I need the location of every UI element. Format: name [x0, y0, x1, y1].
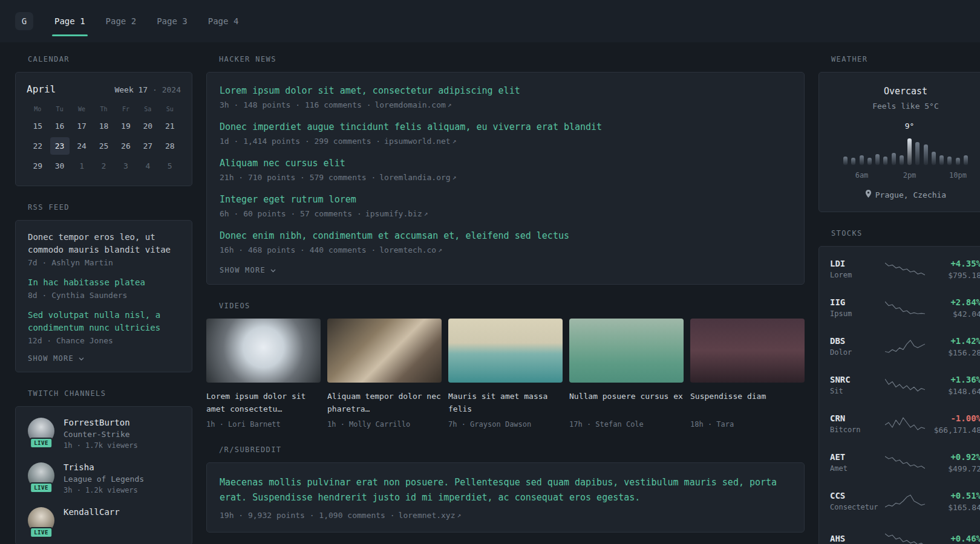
stock-price: $148.64 [927, 387, 980, 396]
weather-bar [883, 157, 887, 165]
stock-price: $499.72 [927, 464, 980, 473]
hackernews-item-title[interactable]: Aliquam nec cursus elit [220, 157, 791, 170]
hackernews-item-title[interactable]: Donec imperdiet augue tincidunt felis al… [220, 121, 791, 134]
rss-item-title[interactable]: In hac habitasse platea [28, 276, 180, 289]
twitch-channel-name[interactable]: ForrestBurton [64, 418, 138, 427]
rss-item: Donec tempor eros leo, ut commodo mauris… [28, 231, 180, 267]
stock-row[interactable]: LDI Lorem +4.35% $795.18 [830, 250, 980, 288]
hackernews-item-stats: 21h · 710 points · 579 comments · [220, 173, 376, 182]
calendar-weekday: Su [159, 103, 181, 116]
rss-show-more-label: SHOW MORE [28, 354, 74, 363]
app-logo[interactable]: G [15, 12, 33, 30]
video-thumbnail[interactable] [569, 319, 684, 383]
video-thumbnail[interactable] [327, 319, 442, 383]
twitch-avatar-wrap[interactable]: LIVE [28, 418, 54, 444]
page-tab[interactable]: Page 2 [103, 0, 139, 42]
stock-row[interactable]: AET Amet +0.92% $499.72 [830, 443, 980, 482]
weather-bar [956, 158, 960, 165]
calendar-day: 18 [94, 117, 113, 135]
hackernews-item-domain[interactable]: loremdomain.com [374, 100, 445, 109]
weather-bar [924, 144, 928, 165]
external-link-icon: ↗ [452, 173, 457, 181]
subreddit-post-stats: 19h · 9,932 points · 1,090 comments · [220, 511, 395, 520]
calendar-day: 27 [138, 137, 157, 155]
hackernews-item-domain[interactable]: loremtech.co [379, 245, 436, 254]
twitch-list: LIVE ForrestBurton Counter-Strike 1h · 1… [28, 418, 180, 534]
video-title[interactable]: Nullam posuere cursus ex [569, 390, 684, 415]
video-thumbnail[interactable] [690, 319, 805, 383]
hackernews-item-stats: 16h · 468 points · 440 comments · [220, 245, 376, 254]
stock-price: $42.04 [927, 309, 980, 319]
weather-time-label: 2pm [903, 171, 916, 180]
stock-row[interactable]: AHS +0.46% [830, 520, 980, 544]
video-title[interactable]: Lorem ipsum dolor sit amet consectetu… [206, 390, 321, 415]
hackernews-item-domain[interactable]: loremlandia.org [379, 173, 450, 182]
video-thumbnail[interactable] [206, 319, 321, 383]
page-tab[interactable]: Page 1 [52, 0, 88, 42]
stock-symbol: SNRC [830, 375, 883, 384]
stock-row[interactable]: DBS Dolor +1.42% $156.28 [830, 327, 980, 366]
calendar-weekday: Fr [115, 103, 137, 116]
hackernews-item-domain[interactable]: ipsumworld.net [384, 137, 451, 146]
twitch-channel-info: Trisha League of Legends 3h · 1.2k viewe… [64, 462, 144, 494]
hackernews-item-stats: 6h · 60 points · 57 comments · [220, 209, 362, 218]
calendar-day: 25 [94, 137, 113, 155]
subreddit-post-title[interactable]: Maecenas mollis pulvinar erat non posuer… [220, 475, 791, 505]
calendar-day: 26 [116, 137, 136, 155]
stock-symbol: AET [830, 452, 883, 462]
video-title[interactable]: Aliquam tempor dolor nec pharetra… [327, 390, 442, 415]
weather-time-label: 10pm [949, 171, 967, 180]
hackernews-item-title[interactable]: Donec enim nibh, condimentum et accumsan… [220, 230, 791, 242]
stock-name: Consectetur [830, 503, 883, 511]
stock-change: +0.92% [927, 452, 980, 462]
stocks-widget: STOCKS LDI Lorem +4.35% $795.18 [818, 229, 980, 544]
stock-row[interactable]: CRN Bitcorn -1.00% $66,171.48 [830, 404, 980, 443]
hackernews-item-title[interactable]: Lorem ipsum dolor sit amet, consectetur … [220, 85, 791, 97]
twitch-channel-name[interactable]: Trisha [64, 462, 144, 472]
page-tab[interactable]: Page 4 [206, 0, 241, 42]
stock-change: -1.00% [927, 413, 980, 423]
hackernews-item-domain[interactable]: ipsumify.biz [365, 209, 422, 218]
subreddit-post-domain[interactable]: loremnet.xyz [399, 511, 456, 520]
video-meta: 1h · Lori Barnett [206, 420, 321, 429]
hackernews-list: Lorem ipsum dolor sit amet, consectetur … [220, 85, 791, 254]
weather-bars: 9° [843, 135, 968, 165]
rss-show-more-button[interactable]: SHOW MORE [28, 354, 84, 363]
page-tab[interactable]: Page 3 [154, 0, 190, 42]
hackernews-show-more-button[interactable]: SHOW MORE [220, 266, 276, 274]
stock-name: Ipsum [830, 309, 883, 318]
twitch-channel-name[interactable]: KendallCarr [64, 507, 120, 517]
stocks-card: LDI Lorem +4.35% $795.18 IIG Ipsum [818, 246, 980, 544]
stock-change: +1.42% [927, 336, 980, 346]
live-badge: LIVE [30, 527, 53, 538]
twitch-widget: TWITCH CHANNELS LIVE ForrestBurton Count… [15, 389, 192, 544]
twitch-avatar-wrap[interactable]: LIVE [28, 462, 54, 489]
stock-name: Dolor [830, 348, 883, 357]
stock-row[interactable]: SNRC Sit +1.36% $148.64 [830, 366, 980, 404]
rss-item-title[interactable]: Donec tempor eros leo, ut commodo mauris… [28, 231, 180, 256]
stock-symbol: CCS [830, 491, 883, 500]
calendar-week-info: Week 17 · 2024 [114, 85, 181, 94]
video-title[interactable]: Suspendisse diam [690, 390, 805, 415]
subreddit-widget: /R/SUBREDDIT Maecenas mollis pulvinar er… [206, 445, 805, 533]
rss-item-title[interactable]: Sed volutpat nulla nisl, a condimentum n… [28, 309, 180, 334]
subreddit-card: Maecenas mollis pulvinar erat non posuer… [206, 462, 805, 533]
hackernews-card: Lorem ipsum dolor sit amet, consectetur … [206, 72, 805, 285]
hackernews-item-title[interactable]: Integer eget rutrum lorem [220, 193, 791, 206]
stock-sparkline [883, 378, 927, 392]
live-badge: LIVE [30, 438, 53, 448]
video-thumbnail[interactable] [448, 319, 563, 383]
calendar-widget: CALENDAR April Week 17 · 2024 MoTuWeThFr… [15, 55, 192, 186]
calendar-weekday: Mo [27, 103, 48, 116]
twitch-channel-info: ForrestBurton Counter-Strike 1h · 1.7k v… [64, 418, 138, 450]
stock-sparkline [883, 262, 927, 276]
stock-row[interactable]: CCS Consectetur +0.51% $165.84 [830, 482, 980, 520]
video-title[interactable]: Mauris sit amet massa felis [448, 390, 563, 415]
twitch-avatar-wrap[interactable]: LIVE [28, 507, 54, 534]
stock-sparkline [883, 533, 927, 544]
hackernews-item-meta: 1d · 1,414 points · 299 comments ·ipsumw… [220, 137, 791, 146]
stock-row[interactable]: IIG Ipsum +2.84% $42.04 [830, 288, 980, 327]
calendar-weekday: We [71, 103, 93, 116]
calendar-weekday-row: MoTuWeThFrSaSu [27, 103, 181, 116]
video-card: Nullam posuere cursus ex 17h · Stefan Co… [569, 319, 684, 429]
